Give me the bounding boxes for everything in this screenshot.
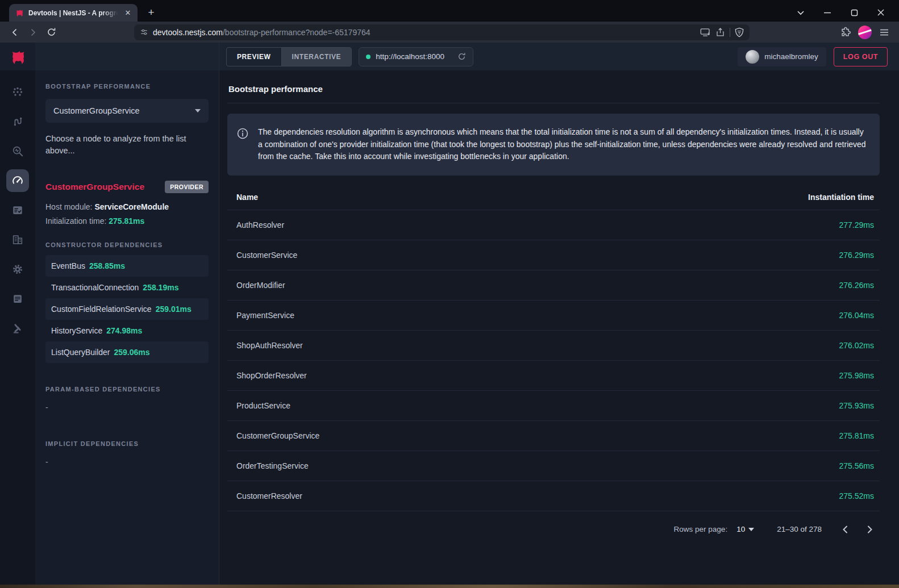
app-header: PREVIEW INTERACTIVE http://localhost:800…: [0, 43, 899, 70]
table-row[interactable]: OrderTestingService 275.56ms: [227, 451, 880, 481]
user-avatar: [746, 50, 759, 64]
routes-flow-icon[interactable]: [6, 110, 29, 133]
table-row[interactable]: AuthResolver 277.29ms: [227, 210, 880, 240]
node-select[interactable]: CustomerGroupService: [45, 99, 209, 123]
table-row[interactable]: ShopAuthResolver 276.02ms: [227, 331, 880, 361]
bootstrap-table: Name Instantiation time AuthResolver 277…: [227, 184, 880, 511]
row-name: CustomerService: [236, 251, 297, 260]
constructor-deps-title: CONSTRUCTOR DEPENDENCIES: [45, 241, 209, 248]
table-row[interactable]: ShopOrderResolver 275.98ms: [227, 361, 880, 391]
row-time: 275.56ms: [839, 461, 874, 470]
divider: [730, 28, 730, 37]
node-select-hint: Choose a node to analyze from the list a…: [45, 133, 209, 157]
dependency-name: CustomFieldRelationService: [51, 305, 152, 314]
pagination: Rows per page: 10 21–30 of 278: [227, 511, 880, 537]
rows-per-page-select[interactable]: 10: [736, 525, 754, 533]
next-page-icon[interactable]: [861, 522, 877, 537]
dependency-name: TransactionalConnection: [51, 283, 139, 292]
tab-search-icon[interactable]: [795, 7, 806, 18]
extensions-icon[interactable]: [840, 27, 851, 38]
audit-checklist-icon[interactable]: [6, 199, 29, 222]
row-time: 275.93ms: [839, 401, 874, 410]
row-time: 276.29ms: [839, 251, 874, 260]
logout-button[interactable]: LOG OUT: [834, 47, 888, 66]
refresh-icon[interactable]: [457, 52, 466, 61]
table-row[interactable]: CustomerGroupService 275.81ms: [227, 421, 880, 451]
row-name: ShopOrderResolver: [236, 371, 307, 380]
info-callout: The dependencies resolution algorithm is…: [227, 114, 880, 176]
table-row[interactable]: CustomerService 276.29ms: [227, 240, 880, 270]
icon-rail: [0, 70, 35, 585]
pagination-range: 21–30 of 278: [777, 525, 822, 533]
panel-title: BOOTSTRAP PERFORMANCE: [45, 83, 209, 90]
interactive-tab[interactable]: INTERACTIVE: [282, 48, 352, 66]
rows-per-page-value: 10: [736, 525, 745, 533]
row-name: ShopAuthResolver: [236, 341, 303, 350]
page-title: Bootstrap performance: [227, 78, 880, 103]
graph-nodes-icon[interactable]: [6, 81, 29, 103]
url-text[interactable]: devtools.nestjs.com/bootstrap-performanc…: [153, 28, 696, 37]
browser-tab-bar: Devtools | NestJS - A progressive ✕ +: [0, 0, 899, 22]
dependency-time: 274.98ms: [106, 326, 142, 335]
nestjs-logo[interactable]: [0, 43, 35, 70]
tab-title: Devtools | NestJS - A progressive: [28, 9, 118, 17]
dependency-item[interactable]: CustomFieldRelationService 259.01ms: [45, 298, 209, 320]
dependency-item[interactable]: TransactionalConnection 258.19ms: [45, 277, 209, 298]
row-name: PaymentService: [236, 311, 294, 320]
implicit-deps-empty: -: [45, 457, 209, 466]
browser-profile-avatar[interactable]: [858, 26, 872, 39]
minimize-icon[interactable]: [822, 7, 833, 18]
table-row[interactable]: ProductService 275.93ms: [227, 391, 880, 421]
browser-tab[interactable]: Devtools | NestJS - A progressive ✕: [9, 4, 138, 22]
dependency-name: ListQueryBuilder: [51, 348, 110, 357]
docs-article-icon[interactable]: [6, 287, 29, 310]
legal-gavel-icon[interactable]: [6, 317, 29, 340]
previous-page-icon[interactable]: [838, 522, 854, 537]
url-path: /bootstrap-performance?node=-65179764: [223, 28, 371, 37]
dependency-time: 259.06ms: [114, 348, 150, 357]
settings-gear-icon[interactable]: [6, 258, 29, 281]
browser-url-bar: devtools.nestjs.com/bootstrap-performanc…: [0, 22, 899, 43]
dependency-name: HistoryService: [51, 326, 102, 335]
table-row[interactable]: CustomerResolver 275.52ms: [227, 481, 880, 511]
target-url-box[interactable]: http://localhost:8000: [359, 47, 473, 66]
forward-icon[interactable]: [25, 24, 41, 40]
send-to-device-icon[interactable]: [700, 28, 711, 37]
dependency-item[interactable]: EventBus 258.85ms: [45, 255, 209, 277]
brave-shield-icon[interactable]: [735, 27, 744, 37]
close-icon[interactable]: [875, 7, 886, 18]
param-deps-title: PARAM-BASED DEPENDENCIES: [45, 386, 209, 393]
modules-buildings-icon[interactable]: [6, 228, 29, 251]
reload-icon[interactable]: [43, 24, 59, 40]
back-icon[interactable]: [7, 24, 23, 40]
new-tab-button[interactable]: +: [143, 5, 159, 20]
chevron-down-icon: [195, 109, 201, 112]
dependency-time: 258.85ms: [89, 261, 125, 270]
row-time: 277.29ms: [839, 220, 874, 230]
preview-tab[interactable]: PREVIEW: [227, 48, 282, 66]
param-deps-empty: -: [45, 403, 209, 412]
bootstrap-performance-icon[interactable]: [6, 169, 29, 192]
dependency-time: 259.01ms: [156, 305, 192, 314]
row-name: OrderTestingService: [236, 461, 309, 470]
address-bar[interactable]: devtools.nestjs.com/bootstrap-performanc…: [134, 24, 750, 40]
dependency-item[interactable]: ListQueryBuilder 259.06ms: [45, 341, 209, 363]
desktop-wallpaper-edge: [0, 585, 899, 588]
user-chip[interactable]: michaelbromley: [738, 47, 826, 66]
table-row[interactable]: OrderModifier 276.26ms: [227, 270, 880, 301]
row-name: CustomerResolver: [236, 491, 302, 501]
menu-icon[interactable]: [879, 27, 890, 38]
table-row[interactable]: PaymentService 276.04ms: [227, 301, 880, 331]
row-name: AuthResolver: [236, 220, 284, 230]
dependency-item[interactable]: HistoryService 274.98ms: [45, 320, 209, 341]
dependency-name: EventBus: [51, 261, 85, 270]
inspect-search-icon[interactable]: [6, 140, 29, 162]
main-content: Bootstrap performance The dependencies r…: [219, 70, 899, 585]
table-header: Name Instantiation time: [227, 184, 880, 210]
dependency-time: 258.19ms: [143, 283, 178, 292]
maximize-icon[interactable]: [848, 7, 860, 18]
target-url: http://localhost:8000: [376, 52, 444, 61]
tab-close-icon[interactable]: ✕: [123, 8, 133, 18]
site-settings-icon[interactable]: [140, 28, 148, 36]
share-icon[interactable]: [715, 27, 725, 37]
